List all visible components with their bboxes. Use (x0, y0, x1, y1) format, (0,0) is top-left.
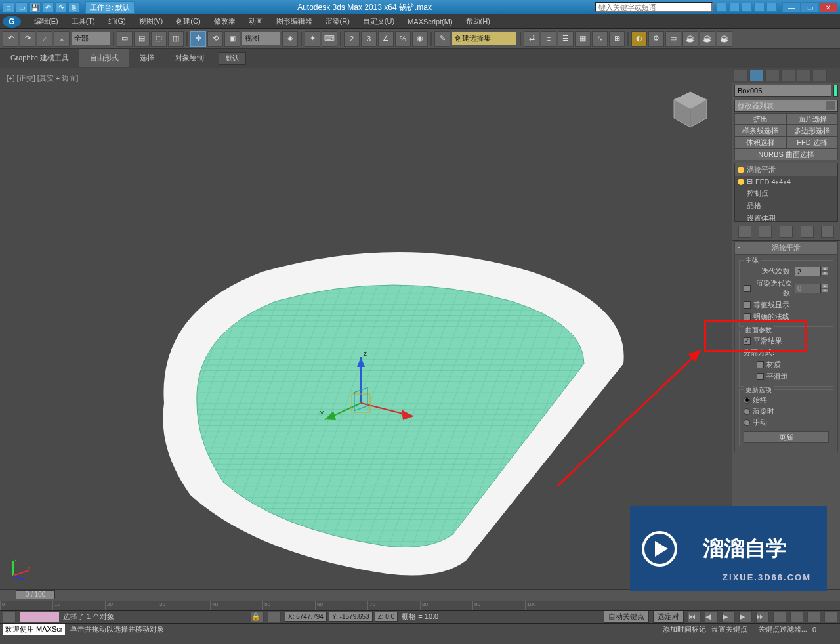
help-icon[interactable] (766, 3, 777, 12)
infocenter-icon[interactable] (717, 3, 727, 12)
ribbon-tab-graphite[interactable]: Graphite 建模工具 (0, 49, 79, 67)
maximize-button[interactable]: ▭ (801, 2, 819, 12)
viewport-label[interactable]: [+] [正交] [真实 + 边面] (7, 74, 78, 83)
key-filter-button[interactable]: 关键点过滤器... (758, 624, 807, 634)
menu-customize[interactable]: 自定义(U) (356, 14, 401, 28)
modifier-stack[interactable]: 涡轮平滑 ⊟ FFD 4x4x4 控制点 晶格 设置体积 ⊞ 可编辑多边形 (734, 163, 838, 222)
menu-tools[interactable]: 工具(T) (65, 14, 102, 28)
render-iter-button[interactable]: ☕ (717, 31, 732, 47)
update-button[interactable]: 更新 (744, 431, 829, 443)
smoothgroup-checkbox[interactable] (757, 373, 764, 380)
radio-manual[interactable] (744, 419, 750, 426)
snap-spinner-button[interactable]: ◉ (412, 31, 428, 47)
menu-modifiers[interactable]: 修改器 (207, 14, 242, 28)
smooth-checkbox[interactable]: ✓ (744, 337, 751, 345)
qat-redo-icon[interactable]: ↷ (55, 2, 67, 12)
schematic-button[interactable]: ⊞ (609, 31, 625, 47)
utilities-tab-icon[interactable] (812, 70, 827, 81)
show-end-icon[interactable] (759, 226, 772, 238)
material-checkbox[interactable] (757, 361, 764, 368)
mirror-button[interactable]: ⇄ (524, 31, 539, 47)
select-name-button[interactable]: ▤ (134, 31, 150, 47)
menu-edit[interactable]: 编辑(E) (28, 14, 65, 28)
timeline-ruler[interactable]: 0102030405060708090100 (0, 601, 840, 610)
coord-z[interactable]: Z: 0.0 (375, 612, 398, 622)
graphite-button[interactable]: ▦ (575, 31, 591, 47)
spinner-up-icon[interactable]: ▲ (821, 284, 829, 288)
nav-region-icon[interactable] (824, 612, 837, 622)
add-time-tag[interactable]: 添加时间标记 (663, 624, 706, 634)
help-search-input[interactable] (595, 2, 713, 12)
undo-button[interactable]: ↶ (3, 31, 18, 47)
qat-save-icon[interactable]: 💾 (29, 2, 41, 12)
layer-button[interactable]: ☰ (558, 31, 574, 47)
unlink-button[interactable]: ⟁ (54, 31, 70, 47)
exchange-icon[interactable] (754, 3, 765, 12)
spinner-down-icon[interactable]: ▼ (821, 271, 829, 276)
radio-render[interactable] (744, 408, 750, 415)
coord-x[interactable]: X: 6747.794 (285, 612, 327, 622)
motion-tab-icon[interactable] (781, 70, 795, 81)
object-color-swatch[interactable] (833, 85, 838, 97)
workspace-selector[interactable]: 工作台: 默认 (85, 1, 135, 14)
setkey-button[interactable]: 设置关键点 (711, 624, 747, 634)
btn-spline-select[interactable]: 样条线选择 (734, 125, 786, 137)
script-listener-icon[interactable] (3, 612, 16, 622)
prev-frame-icon[interactable]: ◀ (705, 612, 718, 622)
pivot-button[interactable]: ◈ (282, 31, 298, 47)
snap-angle-button[interactable]: ∠ (378, 31, 394, 47)
object-name-input[interactable] (734, 85, 831, 97)
iterations-input[interactable] (795, 267, 821, 276)
qat-undo-icon[interactable]: ↶ (42, 2, 54, 12)
spinner-up-icon[interactable]: ▲ (821, 267, 829, 271)
isoline-checkbox[interactable] (744, 301, 751, 309)
iterations-spinner[interactable]: ▲▼ (795, 267, 829, 276)
star-icon[interactable] (729, 3, 740, 12)
time-slider-handle[interactable]: 0 / 100 (16, 590, 55, 599)
render-setup-button[interactable]: ⚙ (648, 31, 664, 47)
configure-icon[interactable] (821, 226, 834, 238)
render-iter-input[interactable] (795, 284, 821, 293)
window-crossing-button[interactable]: ◫ (168, 31, 184, 47)
qat-link-icon[interactable]: ⎘ (68, 2, 80, 12)
hierarchy-tab-icon[interactable] (765, 70, 780, 81)
nav-zoom-icon[interactable] (773, 612, 786, 622)
stack-turbosmooth[interactable]: 涡轮平滑 (735, 163, 837, 176)
select-rotate-button[interactable]: ⟲ (207, 31, 223, 47)
render-prod-button[interactable]: ☕ (700, 31, 715, 47)
make-unique-icon[interactable] (780, 226, 793, 238)
stack-ffd[interactable]: ⊟ FFD 4x4x4 (735, 176, 837, 187)
nav-zoomall-icon[interactable] (790, 612, 803, 622)
close-button[interactable]: ✕ (819, 2, 837, 12)
btn-vol-select[interactable]: 体积选择 (734, 137, 786, 148)
align-button[interactable]: ≡ (541, 31, 556, 47)
render-iter-spinner[interactable]: ▲▼ (795, 284, 829, 293)
nav-fov-icon[interactable] (807, 612, 820, 622)
select-move-button[interactable]: ✥ (190, 31, 206, 47)
ribbon-default-dropdown[interactable]: 默认 (219, 52, 246, 65)
display-tab-icon[interactable] (797, 70, 811, 81)
viewcube-icon[interactable] (669, 88, 712, 131)
stack-ffd-cp[interactable]: 控制点 (735, 187, 837, 200)
snap-2d-button[interactable]: 2 (344, 31, 360, 47)
render-iter-checkbox[interactable] (744, 285, 751, 292)
link-button[interactable]: ⟀ (37, 31, 52, 47)
btn-patch-select[interactable]: 面片选择 (786, 113, 838, 125)
btn-ffd-select[interactable]: FFD 选择 (786, 137, 838, 148)
minimize-button[interactable]: — (782, 2, 801, 12)
stack-ffd-setvol[interactable]: 设置体积 (735, 212, 837, 222)
listener-mini[interactable] (20, 612, 59, 622)
menu-graph[interactable]: 图形编辑器 (270, 14, 319, 28)
play-icon[interactable]: ▶ (722, 612, 735, 622)
modifier-list-dropdown[interactable]: 修改器列表 (734, 100, 838, 112)
normals-checkbox[interactable] (744, 313, 751, 320)
menu-animation[interactable]: 动画 (242, 14, 270, 28)
create-tab-icon[interactable] (734, 70, 748, 81)
region-rect-button[interactable]: ⬚ (151, 31, 167, 47)
lightbulb-icon[interactable] (738, 167, 744, 173)
viewport[interactable]: [+] [正交] [真实 + 边面] z (0, 68, 732, 589)
selected-dropdown[interactable]: 选定对 (653, 611, 684, 623)
named-selset-dropdown[interactable]: 创建选择集 (452, 32, 517, 46)
ref-coord-dropdown[interactable]: 视图 (242, 32, 281, 46)
snap-percent-button[interactable]: % (395, 31, 411, 47)
